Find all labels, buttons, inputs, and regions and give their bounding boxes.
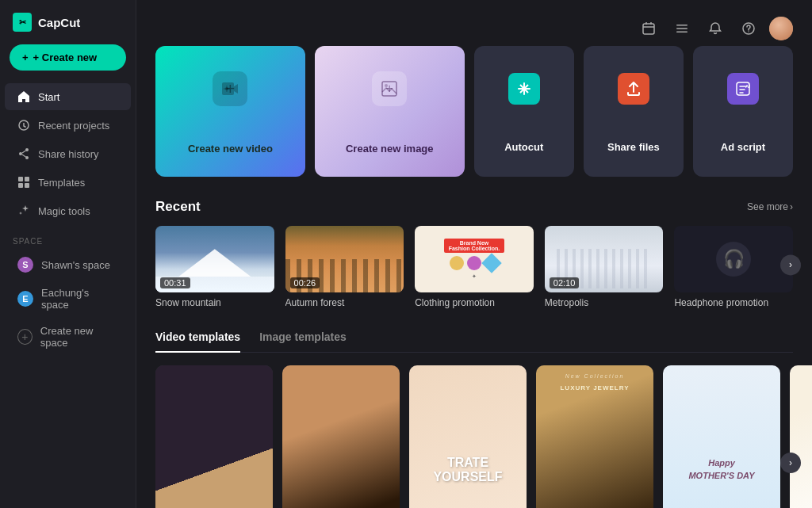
sidebar-item-templates[interactable]: Templates — [5, 169, 131, 196]
ad-script-label: Ad script — [706, 141, 780, 153]
recent-title: Recent — [155, 199, 201, 215]
help-button[interactable] — [736, 16, 761, 41]
create-video-icon: + — [213, 71, 247, 106]
sidebar: ✂ CapCut + + Create new Start Recent pro… — [0, 0, 136, 508]
templates-grid: OPEN NOW In Spring 00:41 ♡ 286k Collecti… — [155, 365, 793, 508]
quick-actions-row: + Create new video + Create new image Au… — [155, 46, 793, 177]
sidebar-item-share[interactable]: Share history — [5, 140, 131, 167]
user-avatar-button[interactable] — [769, 17, 793, 40]
snow-duration: 00:31 — [160, 277, 190, 288]
recent-card-snow[interactable]: 00:31 Snow mountain — [155, 226, 274, 308]
tab-video-templates[interactable]: Video templates — [155, 330, 240, 353]
svg-rect-11 — [676, 32, 688, 33]
recent-grid: 00:31 Snow mountain 00:26 Autumn forest — [155, 226, 793, 308]
sidebar-item-share-label: Share history — [38, 148, 99, 160]
create-video-card[interactable]: + Create new video — [155, 46, 305, 177]
forest-duration: 00:26 — [290, 277, 320, 288]
template-card-jewelry[interactable]: New Collection LUXURY JEWELRY 01:05 ♡ 28… — [536, 365, 653, 508]
metro-title: Metropolis — [545, 297, 664, 308]
space-item-eachung[interactable]: E Eachung's space — [5, 281, 131, 317]
sidebar-item-start[interactable]: Start — [5, 83, 131, 110]
sidebar-item-recent-label: Recent projects — [38, 120, 109, 132]
calendar-icon — [642, 21, 656, 36]
create-space-button[interactable]: + Create new space — [5, 319, 131, 355]
recent-card-clothing[interactable]: Brand NewFashion Collection. ✦ Clothing … — [415, 226, 534, 308]
shawn-avatar: S — [17, 257, 33, 273]
sidebar-item-magic-label: Magic tools — [38, 205, 90, 217]
svg-rect-5 — [25, 177, 29, 181]
shawn-space-label: Shawn's space — [41, 259, 110, 271]
recent-card-metro[interactable]: 02:10 Metropolis — [545, 226, 664, 308]
share-files-icon — [618, 73, 649, 105]
ad-script-card[interactable]: AI Ad script — [693, 46, 793, 177]
create-new-label: + Create new — [33, 52, 98, 63]
share-files-card[interactable]: Share files — [584, 46, 684, 177]
tab-image-templates[interactable]: Image templates — [259, 330, 347, 353]
sidebar-item-start-label: Start — [38, 91, 59, 103]
recent-card-forest[interactable]: 00:26 Autumn forest — [285, 226, 404, 308]
svg-rect-9 — [676, 25, 688, 26]
svg-rect-10 — [676, 28, 688, 29]
recent-section-header: Recent See more › — [155, 199, 793, 215]
headphone-thumbnail: 🎧 — [674, 226, 793, 292]
svg-rect-4 — [18, 177, 23, 181]
template-card-desserts[interactable]: TRATEYOURSELF BRAND NAME 00:48 ♡ 286k Cu… — [409, 365, 527, 508]
autocut-label: Autocut — [487, 141, 561, 153]
template-card-men[interactable]: BRAND NAME SPRING COLLECTION 00:56 ♡ 286… — [282, 365, 400, 508]
clothing-title: Clothing promotion — [415, 297, 534, 308]
template-card-electrics[interactable]: TOP ELECTRICS TOP ELECTRICS 00:12 ♡ 286k… — [790, 365, 812, 508]
svg-rect-7 — [25, 183, 29, 188]
jewelry-thumb: New Collection LUXURY JEWELRY 01:05 ♡ 28… — [536, 365, 653, 508]
svg-point-3 — [19, 152, 22, 155]
eachung-avatar: E — [17, 291, 33, 307]
templates-section: Video templates Image templates OPEN NOW… — [155, 330, 793, 508]
recent-scroll-right[interactable]: › — [780, 254, 801, 275]
top-header — [155, 16, 793, 41]
create-new-button[interactable]: + + Create new — [10, 44, 126, 71]
autocut-card[interactable]: Autocut — [474, 46, 574, 177]
autocut-icon — [508, 73, 540, 105]
create-video-label: Create new video — [168, 143, 293, 155]
space-item-shawn[interactable]: S Shawn's space — [5, 250, 131, 279]
sidebar-item-magic[interactable]: Magic tools — [5, 197, 131, 224]
clothing-thumbnail: Brand NewFashion Collection. ✦ — [415, 226, 534, 292]
sidebar-item-recent[interactable]: Recent projects — [5, 112, 131, 139]
women-thumb: OPEN NOW In Spring 00:41 ♡ 286k — [155, 365, 273, 508]
electrics-thumb: TOP ELECTRICS TOP ELECTRICS 00:12 ♡ 286k — [790, 365, 812, 508]
forest-thumbnail: 00:26 — [285, 226, 404, 292]
menu-button[interactable] — [669, 16, 695, 41]
snow-mountain-thumbnail: 00:31 — [155, 226, 274, 292]
metro-thumbnail: 02:10 — [545, 226, 664, 292]
create-image-icon: + — [372, 71, 407, 106]
template-tabs: Video templates Image templates — [155, 330, 793, 353]
eachung-space-label: Eachung's space — [41, 287, 118, 311]
templates-scroll-right[interactable]: › — [780, 453, 801, 473]
template-card-mothers[interactable]: HappyMOTHER'S DAY 01:02 ♡ 286k Minimalis… — [663, 365, 780, 508]
template-card-women[interactable]: OPEN NOW In Spring 00:41 ♡ 286k Collecti… — [155, 365, 273, 508]
see-more-button[interactable]: See more › — [747, 201, 793, 212]
sidebar-item-templates-label: Templates — [38, 177, 85, 189]
templates-icon — [17, 176, 30, 189]
add-space-icon: + — [17, 329, 33, 345]
create-image-card[interactable]: + Create new image — [315, 46, 465, 177]
svg-rect-8 — [643, 24, 654, 34]
recent-icon — [17, 119, 30, 132]
notifications-button[interactable] — [703, 16, 728, 41]
ad-script-icon: AI — [727, 73, 759, 105]
recent-card-headphone[interactable]: 🎧 Headphone promotion — [674, 226, 793, 308]
mothers-thumb: HappyMOTHER'S DAY 01:02 ♡ 286k — [663, 365, 780, 508]
hamburger-menu-icon — [675, 21, 689, 36]
share-files-label: Share files — [596, 141, 671, 153]
home-icon — [17, 90, 30, 103]
question-mark-icon — [741, 21, 756, 36]
metro-duration: 02:10 — [550, 277, 580, 288]
space-section-label: SPACE — [0, 226, 136, 250]
bell-icon — [708, 21, 722, 36]
desserts-thumb: TRATEYOURSELF BRAND NAME 00:48 ♡ 286k — [409, 365, 527, 508]
calendar-button[interactable] — [636, 16, 661, 41]
magic-icon — [17, 204, 30, 217]
app-name: CapCut — [38, 16, 80, 29]
men-thumb: BRAND NAME SPRING COLLECTION 00:56 ♡ 286… — [282, 365, 400, 508]
plus-icon: + — [22, 52, 29, 63]
svg-text:AI: AI — [745, 84, 750, 89]
